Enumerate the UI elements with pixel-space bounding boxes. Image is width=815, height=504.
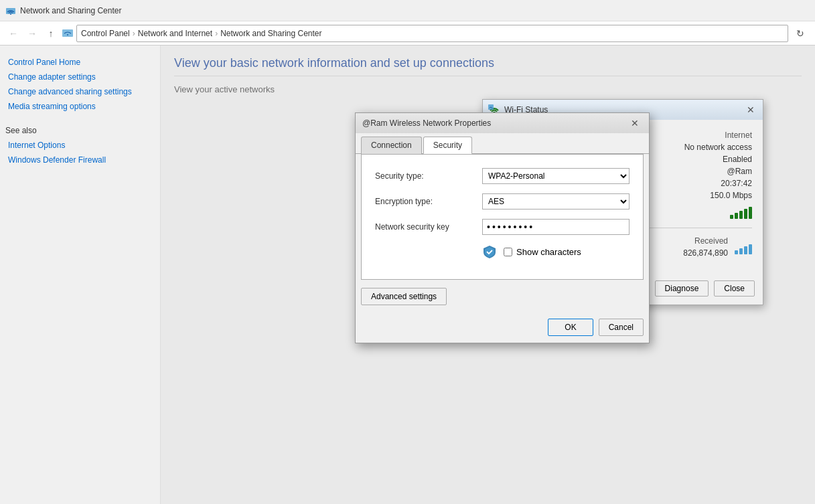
signal-bar-5 [749, 207, 752, 219]
tab-security-label: Security [433, 141, 462, 150]
wifi-time-value: 20:37:42 [721, 179, 752, 188]
show-characters-label[interactable]: Show characters [516, 247, 581, 257]
sidebar-item-control-panel-home[interactable]: Control Panel Home [5, 56, 155, 68]
security-type-label: Security type: [375, 171, 482, 181]
sidebar-item-internet-options[interactable]: Internet Options [5, 139, 155, 151]
path-segment-2: Network and Internet [138, 29, 212, 38]
advanced-settings-button[interactable]: Advanced settings [361, 288, 447, 305]
title-bar: Network and Sharing Center [0, 0, 815, 21]
svg-rect-2 [62, 29, 73, 37]
window-title: Network and Sharing Center [20, 6, 121, 15]
props-close-button[interactable]: ✕ [627, 116, 642, 130]
signal-bar2-4 [749, 244, 752, 254]
back-button[interactable]: ← [5, 25, 21, 41]
content-area: View your basic network information and … [161, 46, 815, 504]
wifi-enabled-label: Enabled [723, 155, 752, 164]
app-icon [5, 5, 16, 16]
security-type-select-wrapper: WPA2-Personal WPA-Personal WPA2-Enterpri… [482, 168, 629, 184]
sidebar-item-media-streaming[interactable]: Media streaming options [5, 100, 155, 112]
wireless-props-dialog: @Ram Wireless Network Properties ✕ Conne… [355, 112, 650, 343]
signal-bar2-3 [744, 246, 747, 254]
signal-bar2-1 [735, 250, 738, 254]
shield-uac-icon [482, 244, 497, 259]
address-path[interactable]: Control Panel › Network and Internet › N… [76, 25, 788, 42]
wifi-ssid-value: @Ram [727, 167, 752, 176]
refresh-button[interactable]: ↻ [791, 24, 810, 43]
path-segment-1: Control Panel [81, 29, 130, 38]
show-chars-row: Show characters [375, 244, 629, 259]
show-characters-checkbox[interactable] [504, 248, 512, 256]
location-icon [62, 27, 74, 39]
tab-connection-label: Connection [371, 141, 412, 150]
encryption-type-select-wrapper: AES TKIP [482, 193, 629, 209]
sidebar-item-change-advanced-sharing[interactable]: Change advanced sharing settings [5, 86, 155, 98]
wifi-internet-label: Internet [725, 131, 752, 140]
tab-security[interactable]: Security [423, 137, 472, 154]
svg-point-1 [10, 13, 11, 15]
props-title-text: @Ram Wireless Network Properties [362, 118, 491, 128]
signal-bar-4 [744, 209, 747, 219]
encryption-type-row: Encryption type: AES TKIP [375, 193, 629, 209]
wifi-no-access-label: No network access [684, 143, 752, 152]
props-title-bar: @Ram Wireless Network Properties ✕ [356, 113, 649, 133]
props-body: Security type: WPA2-Personal WPA-Persona… [361, 154, 644, 280]
wifi-signal-indicator [730, 205, 752, 219]
forward-button[interactable]: → [24, 25, 40, 41]
encryption-type-select[interactable]: AES TKIP [482, 193, 629, 209]
wifi-close-button[interactable]: Close [714, 280, 755, 297]
wifi-signal-indicator-2 [735, 241, 752, 254]
security-type-row: Security type: WPA2-Personal WPA-Persona… [375, 168, 629, 184]
network-key-input[interactable] [482, 219, 629, 235]
ok-button[interactable]: OK [548, 319, 593, 336]
props-footer: Advanced settings [356, 280, 649, 313]
props-ok-cancel: OK Cancel [356, 313, 649, 343]
encryption-type-label: Encryption type: [375, 197, 482, 206]
shield-icon [482, 244, 497, 259]
wifi-speed-value: 150.0 Mbps [710, 191, 752, 200]
svg-point-3 [67, 34, 68, 35]
tab-bar: Connection Security [356, 133, 649, 154]
diagnose-button[interactable]: Diagnose [655, 280, 709, 297]
path-segment-3: Network and Sharing Center [220, 29, 321, 38]
signal-bar-1 [730, 215, 733, 219]
security-type-select[interactable]: WPA2-Personal WPA-Personal WPA2-Enterpri… [482, 168, 629, 184]
wifi-dialog-close-button[interactable]: ✕ [744, 104, 757, 116]
sidebar-item-change-adapter[interactable]: Change adapter settings [5, 71, 155, 83]
signal-bar2-2 [739, 248, 743, 254]
network-key-label: Network security key [375, 222, 482, 232]
sidebar-item-windows-defender[interactable]: Windows Defender Firewall [5, 154, 155, 166]
signal-bar-3 [739, 211, 743, 219]
address-bar: ← → ↑ Control Panel › Network and Intern… [0, 21, 815, 46]
separator-2: › [215, 29, 218, 38]
sidebar: Control Panel Home Change adapter settin… [0, 46, 161, 504]
cancel-button[interactable]: Cancel [599, 319, 644, 336]
see-also-title: See also [5, 126, 155, 135]
tab-connection[interactable]: Connection [361, 137, 422, 154]
network-key-row: Network security key [375, 219, 629, 235]
up-button[interactable]: ↑ [43, 25, 59, 41]
separator-1: › [133, 29, 135, 38]
signal-bar-2 [735, 213, 738, 219]
main-layout: Control Panel Home Change adapter settin… [0, 46, 815, 504]
